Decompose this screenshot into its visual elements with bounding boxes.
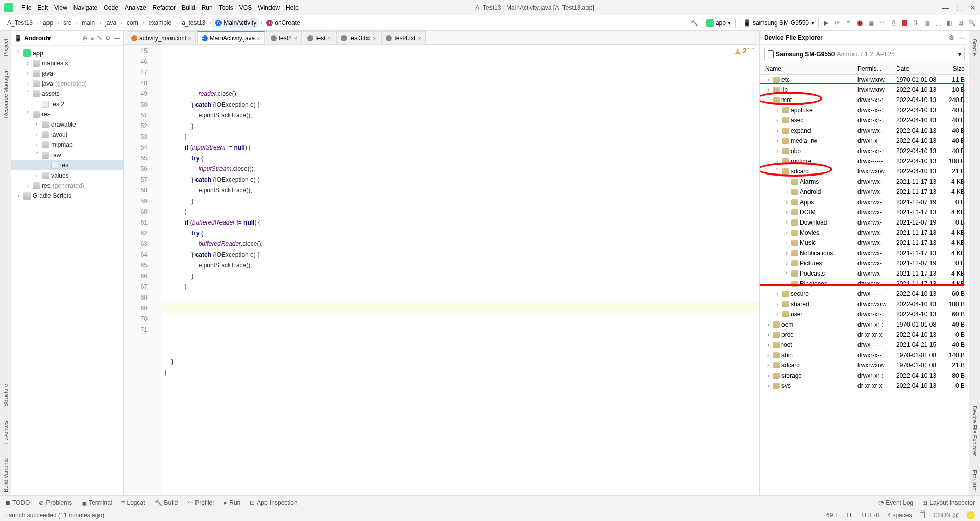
chevron-right-icon[interactable]: › (774, 158, 780, 165)
file-row[interactable]: ›Appsdrwxrwx-2021-12-07 190 B (760, 197, 969, 207)
project-tree-row[interactable]: ›values (11, 170, 123, 181)
chevron-right-icon[interactable]: › (783, 229, 790, 236)
file-row[interactable]: ›sdcardlrwxrwxrw1970-01-01 0821 B (760, 360, 969, 370)
breadcrumb-item[interactable]: example (145, 18, 175, 28)
code-line[interactable] (164, 325, 756, 335)
file-row[interactable]: ›Downloaddrwxrwx-2021-12-07 190 B (760, 217, 969, 228)
run-config-selector[interactable]: app▾ (702, 18, 736, 28)
file-row[interactable]: ›Moviesdrwxrwx-2021-11-17 134 KB (760, 228, 969, 238)
editor-tab[interactable]: test2× (266, 31, 302, 44)
file-row[interactable]: ›sysdr-xr-xr-x2022-04-10 130 B (760, 381, 969, 391)
chevron-right-icon[interactable]: › (765, 321, 771, 328)
file-row[interactable]: ›userdrwxr-xr-:2022-04-10 1360 B (760, 309, 969, 319)
code-line[interactable]: e.printStackTrace(); (164, 185, 756, 196)
project-tree-row[interactable]: ›java (generated) (11, 79, 123, 89)
menu-tools[interactable]: Tools (216, 2, 236, 13)
code-line[interactable]: } (164, 207, 756, 217)
tool-app-inspection[interactable]: ⊡ App Inspection (250, 499, 297, 506)
menu-analyze[interactable]: Analyze (121, 2, 150, 13)
editor-tab[interactable]: activity_main.xml× (127, 31, 196, 44)
file-row[interactable]: ›Musicdrwxrwx-2021-11-17 134 KB (760, 238, 969, 248)
sidebar-tab-favorites[interactable]: Favorites (2, 418, 10, 447)
resource-manager-icon[interactable]: ◧ (945, 19, 953, 27)
collapse-icon[interactable]: ≡ (90, 35, 94, 42)
file-row[interactable]: ›storagedrwxr-xr-:2022-04-10 1380 B (760, 370, 969, 381)
tool-run[interactable]: Run (224, 499, 240, 506)
chevron-right-icon[interactable]: › (765, 331, 771, 338)
breadcrumb-item[interactable]: java (102, 18, 119, 28)
code-line[interactable]: } catch (IOException e) { (164, 175, 756, 185)
chevron-right-icon[interactable]: › (783, 270, 790, 277)
table-header[interactable]: Name Permis... Date Size (760, 63, 969, 75)
breadcrumb-item[interactable]: com (124, 18, 141, 28)
code-line[interactable] (164, 335, 756, 346)
code-line[interactable]: bufferedReader.close(); (164, 239, 756, 250)
chevron-right-icon[interactable]: › (34, 141, 40, 148)
file-row[interactable]: ›DCIMdrwxrwx-2021-11-17 134 KB (760, 207, 969, 217)
close-tab-icon[interactable]: × (257, 35, 260, 41)
apply-changes-icon[interactable]: ⟳ (833, 19, 841, 27)
chevron-right-icon[interactable]: › (783, 188, 790, 195)
menu-view[interactable]: View (51, 2, 70, 13)
file-row[interactable]: ›Alarmsdrwxrwx-2021-11-17 134 KB (760, 177, 969, 187)
chevron-right-icon[interactable]: › (765, 76, 771, 83)
tool-terminal[interactable]: ▣ Terminal (81, 499, 112, 506)
editor-tab[interactable]: test4.txt× (381, 31, 425, 44)
tool-problems[interactable]: ⊘ Problems (39, 499, 72, 506)
chevron-right-icon[interactable]: › (774, 117, 780, 124)
coverage-icon[interactable]: ▦ (867, 19, 875, 27)
run-icon[interactable]: ▶ (822, 19, 830, 27)
file-row[interactable]: ›shareddrwxrwxrw2022-04-10 13100 B (760, 299, 969, 309)
menu-run[interactable]: Run (199, 2, 216, 13)
project-tree-row[interactable]: ˅res (11, 109, 123, 119)
tool-profiler[interactable]: 〰 Profiler (187, 499, 214, 506)
file-row[interactable]: ›runtimedrwx------2022-04-10 13100 B (760, 156, 969, 166)
code-line[interactable]: if (bufferedReader != null) { (164, 217, 756, 228)
code-line[interactable]: } (164, 367, 756, 378)
close-tab-icon[interactable]: × (373, 35, 376, 41)
sidebar-tab-dfe[interactable]: Device File Explorer (971, 403, 979, 459)
breadcrumb-item[interactable]: app (40, 18, 56, 28)
code-line[interactable]: } (164, 271, 756, 282)
tool-build[interactable]: 🔨 Build (155, 499, 178, 506)
code-line[interactable]: if (inputStream != null) { (164, 142, 756, 153)
code-line[interactable]: } (164, 357, 756, 367)
sidebar-tab-resource-manager[interactable]: Resource Manager (2, 67, 10, 121)
chevron-right-icon[interactable]: › (783, 219, 790, 226)
chevron-right-icon[interactable]: › (765, 341, 771, 349)
device-selector[interactable]: 📱samsung SM-G9550▾ (739, 18, 819, 28)
chevron-right-icon[interactable]: › (765, 372, 771, 379)
menu-window[interactable]: Window (255, 2, 283, 13)
project-tree-row[interactable]: ›Gradle Scripts (11, 191, 123, 201)
minimize-icon[interactable]: — (942, 4, 949, 12)
code-line[interactable]: try { (164, 228, 756, 239)
project-tree-row[interactable]: ›mipmap (11, 140, 123, 150)
close-tab-icon[interactable]: × (294, 35, 297, 41)
file-row[interactable]: ›procdr-xr-xr-x2022-04-10 130 B (760, 330, 969, 340)
layout-inspector-icon[interactable]: ⊞ (957, 19, 965, 27)
chevron-right-icon[interactable]: › (783, 239, 790, 246)
code-line[interactable]: } (164, 132, 756, 142)
gear-icon[interactable]: ⚙ (105, 35, 111, 42)
code-line[interactable]: reader.close(); (164, 89, 756, 100)
file-row[interactable]: ›Notificationsdrwxrwx-2021-11-17 134 KB (760, 248, 969, 258)
code-line[interactable]: } (164, 282, 756, 292)
file-row[interactable]: ˅mntdrwxr-xr-:2022-04-10 13240 B (760, 95, 969, 105)
encoding[interactable]: UTF-8 (862, 512, 879, 519)
chevron-down-icon[interactable]: ˅ (774, 168, 780, 175)
file-row[interactable]: ›sbindrwxr-x--1970-01-01 08140 B (760, 350, 969, 360)
project-tree[interactable]: ˅app›manifests›java›java (generated)˅ass… (11, 46, 123, 495)
code-line[interactable] (164, 314, 756, 325)
chevron-down-icon[interactable]: ˅ (24, 90, 31, 97)
chevron-right-icon[interactable]: › (783, 178, 790, 185)
chevron-right-icon[interactable]: › (774, 107, 780, 114)
file-row[interactable]: ›Picturesdrwxrwx-2021-12-07 190 B (760, 258, 969, 268)
file-row[interactable]: ›liblrwxrwxrw2022-04-10 1310 B (760, 85, 969, 95)
chevron-right-icon[interactable]: › (765, 382, 771, 389)
col-date[interactable]: Date (896, 65, 943, 72)
chevron-right-icon[interactable]: › (24, 80, 31, 87)
sidebar-tab-project[interactable]: Project (2, 36, 10, 59)
project-tree-row[interactable]: ›java (11, 68, 123, 79)
target-icon[interactable]: ⊕ (82, 35, 87, 42)
chevron-right-icon[interactable]: › (34, 172, 40, 179)
